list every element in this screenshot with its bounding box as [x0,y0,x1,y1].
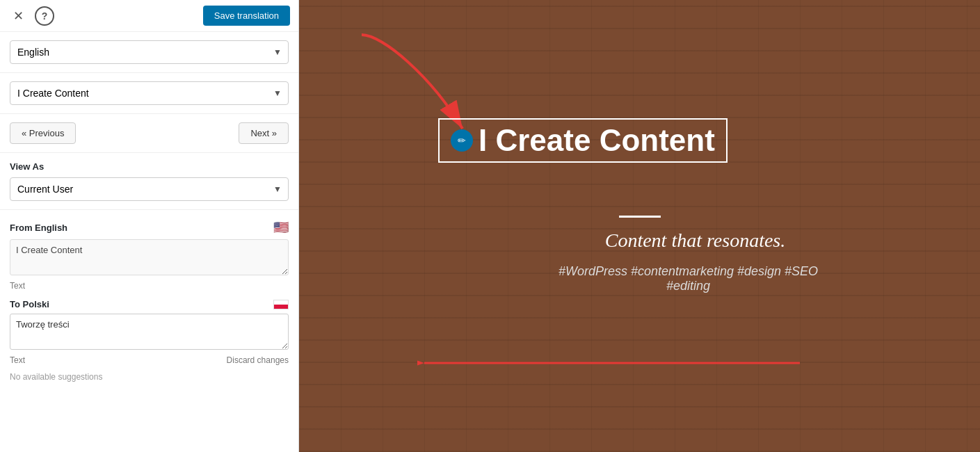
english-flag-icon: 🇺🇸 [273,220,289,235]
brick-background [299,0,980,452]
target-type-label: Text [10,355,25,365]
close-button[interactable]: ✕ [8,6,28,26]
help-button[interactable]: ? [35,6,54,26]
previous-button[interactable]: « Previous [10,122,76,144]
source-textarea[interactable]: I Create Content [10,239,289,275]
from-label: From English [10,223,67,233]
target-meta-row: Text Discard changes [10,355,289,365]
language-section: English Polski French German ▼ [0,32,298,73]
left-panel: ✕ ? Save translation English Polski Fren… [0,0,299,452]
next-button[interactable]: Next » [239,122,289,144]
to-label: To Polski [10,299,49,309]
suggestions-label: No available suggestions [10,372,289,382]
language-select-wrapper: English Polski French German ▼ [10,40,289,64]
hashtag-line2: #editing [424,279,952,293]
hashtag-line1: #WordPress #contentmarketing #design #SE… [424,264,952,279]
language-select[interactable]: English Polski French German [10,40,289,64]
view-as-select[interactable]: Current User Logged Out User [10,177,289,201]
save-translation-button[interactable]: Save translation [203,6,290,26]
nav-buttons: « Previous Next » [0,114,298,153]
tagline: Content that resonates. [438,229,952,252]
from-label-row: From English 🇺🇸 [10,220,289,235]
edit-icon[interactable]: ✏ [451,129,473,152]
right-panel: ✏ I Create Content Content that resonate… [299,0,980,452]
tagline-text: Content that resonates. [605,229,786,251]
target-textarea[interactable]: Tworzę treści [10,314,289,350]
content-select[interactable]: I Create Content Content that resonates.… [10,81,289,105]
polish-flag-icon [273,300,289,309]
view-as-label: View As [10,161,289,172]
content-select-wrapper: I Create Content Content that resonates.… [10,81,289,105]
discard-changes-link[interactable]: Discard changes [227,355,289,365]
source-type-label: Text [10,281,289,291]
hashtags: #WordPress #contentmarketing #design #SE… [424,264,952,293]
content-section: I Create Content Content that resonates.… [0,73,298,114]
top-bar: ✕ ? Save translation [0,0,298,32]
to-label-row: To Polski [10,299,289,309]
view-as-select-wrapper: Current User Logged Out User ▼ [10,177,289,201]
view-as-section: View As Current User Logged Out User ▼ [0,153,298,210]
divider [619,216,661,218]
main-heading: I Create Content [479,125,715,156]
translation-section: From English 🇺🇸 I Create Content Text To… [0,210,298,452]
heading-box: ✏ I Create Content [438,118,728,163]
